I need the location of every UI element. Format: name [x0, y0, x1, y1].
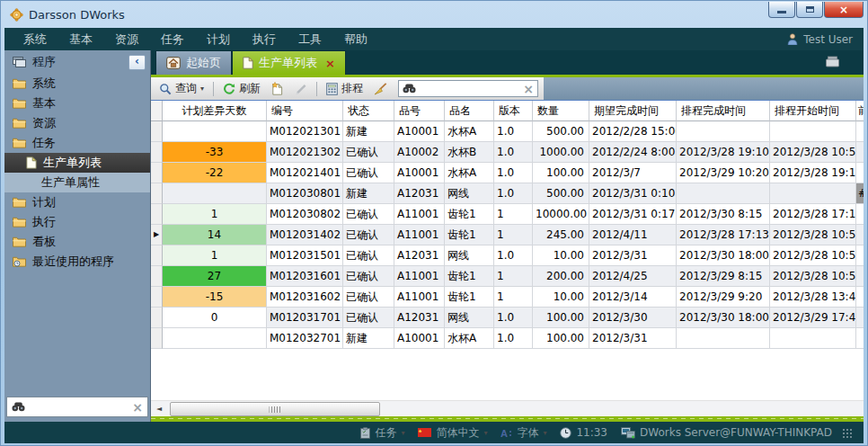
menu-item[interactable]: 工具: [298, 31, 322, 48]
column-header[interactable]: 版本: [494, 101, 533, 121]
query-button[interactable]: 查询▾: [155, 79, 208, 98]
sidebar-item[interactable]: 任务: [4, 133, 150, 153]
column-header[interactable]: 品号: [394, 101, 445, 121]
sidebar-item[interactable]: 看板: [4, 232, 150, 252]
language-menu[interactable]: 简体中文▾: [418, 425, 487, 441]
cell: 100.00: [533, 163, 589, 183]
table-row[interactable]: M012032701新建A10001水杯A1.0100.002012/3/31: [151, 328, 864, 349]
clear-search-icon[interactable]: ×: [132, 401, 143, 414]
minimize-button[interactable]: [768, 2, 795, 18]
resize-grip[interactable]: [842, 428, 852, 438]
horizontal-scrollbar[interactable]: ◄: [151, 400, 864, 416]
user-menu[interactable]: Test User: [787, 33, 853, 46]
sidebar-item[interactable]: 资源: [4, 113, 150, 133]
menu-item[interactable]: 帮助: [344, 31, 368, 48]
sidebar-item[interactable]: 计划: [4, 192, 150, 212]
cell: [770, 183, 856, 204]
column-header[interactable]: 计划差异天数: [163, 101, 267, 121]
cell: 网线: [445, 308, 494, 328]
close-button[interactable]: ×: [824, 2, 864, 18]
scroll-left-arrow-icon[interactable]: ◄: [154, 403, 164, 415]
scrollbar-thumb[interactable]: [170, 402, 380, 416]
table-row[interactable]: -22M012021401已确认A10001水杯A1.0100.002012/3…: [151, 163, 864, 183]
sidebar-subitem[interactable]: 生产单属性: [4, 173, 150, 192]
cell: A12031: [394, 245, 445, 266]
row-indicator-header: [151, 101, 163, 121]
menu-item[interactable]: 系统: [23, 31, 47, 48]
table-row[interactable]: 1M012030802已确认A11001齿轮1110000.002012/3/3…: [151, 204, 864, 225]
sidebar-search-input[interactable]: [30, 400, 128, 415]
menu-item[interactable]: 执行: [252, 31, 276, 48]
main-area: 程序 ‹ 系统基本资源任务生产单列表生产单属性计划执行看板最近使用的程序 × 起…: [4, 50, 864, 422]
cell: 2012/4/11: [589, 225, 677, 245]
column-header[interactable]: 期望完成时间: [589, 101, 677, 121]
folder-icon: [13, 217, 26, 227]
table-row[interactable]: -15M012031602已确认A11001齿轮1110.002012/3/14…: [151, 287, 864, 308]
column-header[interactable]: 编号: [267, 101, 343, 121]
menu-item[interactable]: 资源: [115, 31, 138, 48]
column-header[interactable]: 数量: [533, 101, 589, 121]
refresh-button[interactable]: 刷新: [218, 79, 265, 98]
cell: 1.0: [494, 328, 533, 349]
table-row[interactable]: -33M012021302已确认A10002水杯B1.01000.002012/…: [151, 142, 864, 163]
table-row[interactable]: ▶14M012031402已确认A11001齿轮11245.002012/4/1…: [151, 225, 864, 245]
app-window: Darsson DWorks × 系统基本资源任务计划执行工具帮助 Test U…: [0, 0, 868, 446]
sidebar-item[interactable]: 生产单列表: [4, 153, 150, 173]
cell: 齿轮1: [445, 287, 494, 308]
sidebar-item[interactable]: 最近使用的程序: [4, 252, 150, 272]
cell: 2012/3/31 0:17: [589, 204, 677, 225]
column-header[interactable]: 排程完成时间: [677, 101, 770, 121]
menu-item[interactable]: 计划: [207, 31, 230, 48]
cell: 水杯A: [445, 121, 494, 142]
titlebar[interactable]: Darsson DWorks ×: [4, 0, 864, 28]
tasks-menu[interactable]: 任务▾: [360, 425, 404, 441]
cell: 齿轮1: [445, 204, 494, 225]
table-row[interactable]: 27M012031601已确认A11001齿轮11200.002012/4/25…: [151, 266, 864, 287]
clear-search-icon[interactable]: ×: [523, 83, 534, 95]
cell: 1.0: [494, 245, 533, 266]
user-icon: [787, 33, 798, 45]
column-header[interactable]: 状态: [343, 101, 394, 121]
tab-list-icon[interactable]: [825, 56, 840, 67]
new-button[interactable]: [267, 80, 288, 97]
column-header[interactable]: 前: [856, 101, 864, 121]
clock-display[interactable]: 11:33: [560, 426, 607, 439]
maximize-button[interactable]: [796, 2, 823, 18]
sidebar-item[interactable]: 系统: [4, 74, 150, 94]
sidebar-item[interactable]: 基本: [4, 94, 150, 113]
cell: A11001: [394, 266, 445, 287]
cell: [856, 142, 864, 163]
collapse-sidebar-button[interactable]: ‹: [128, 55, 146, 70]
magnifier-icon: [159, 83, 172, 95]
toolbar-search-input[interactable]: [420, 82, 519, 96]
tab-close-icon[interactable]: ×: [325, 57, 335, 70]
cell: M012032701: [267, 328, 343, 349]
table-row[interactable]: M012030801新建A12031网线1.0500.002012/3/31 0…: [151, 183, 864, 204]
folder-clock-icon: [13, 256, 26, 267]
column-header[interactable]: 品名: [445, 101, 494, 121]
table-row[interactable]: 1M012031501已确认A12031网线1.010.002012/3/312…: [151, 245, 864, 266]
toolbar-search: ×: [398, 80, 538, 97]
column-header[interactable]: 排程开始时间: [770, 101, 856, 121]
tab[interactable]: 生产单列表×: [232, 50, 346, 75]
cell: 1: [494, 204, 533, 225]
schedule-button[interactable]: 排程: [322, 79, 368, 98]
menu-item[interactable]: 基本: [69, 31, 93, 48]
table-row[interactable]: 0M012031701已确认A12031网线1.0100.002012/3/30…: [151, 308, 864, 328]
row-indicator: [151, 266, 163, 287]
font-menu[interactable]: A字体▾: [500, 425, 546, 441]
cell: 2012/3/28 13:40: [770, 287, 856, 308]
edit-button[interactable]: [290, 81, 312, 97]
toolbar-row: 查询▾刷新排程 ×: [151, 77, 864, 100]
calculator-icon: [326, 83, 338, 95]
menu-item[interactable]: 任务: [161, 31, 184, 48]
cell: [677, 121, 770, 142]
clean-button[interactable]: [369, 81, 392, 97]
table-row[interactable]: M012021301新建A10001水杯A1.0500.002012/2/28 …: [151, 121, 864, 142]
server-display[interactable]: DWorks Server@FUNWAY-THINKPAD: [621, 426, 832, 439]
tab[interactable]: 起始页: [155, 50, 232, 75]
sidebar-item[interactable]: 执行: [4, 212, 150, 232]
cell: 2012/3/28 17:13: [770, 204, 856, 225]
cell: [677, 328, 770, 349]
binoculars-icon: [403, 84, 416, 94]
